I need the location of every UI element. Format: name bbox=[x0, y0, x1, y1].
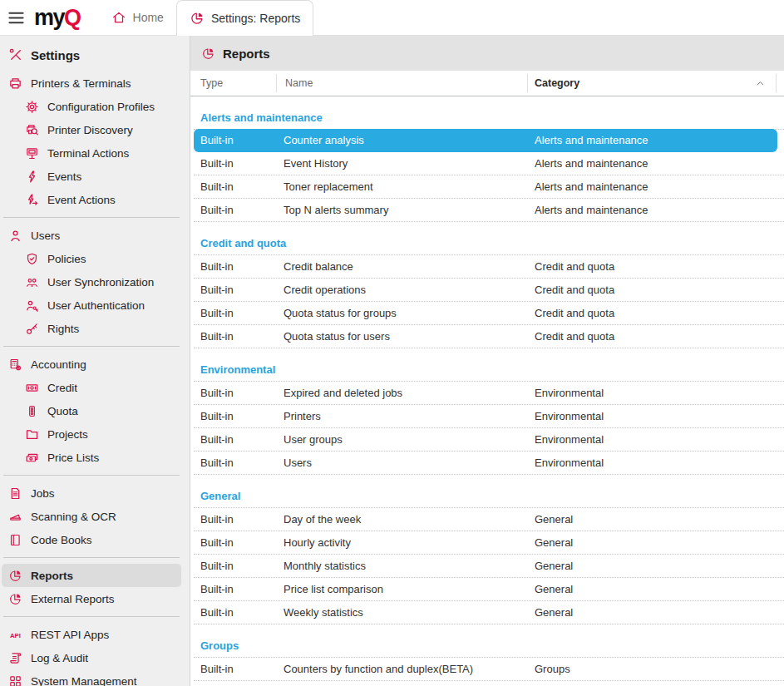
cell-type: Built-in bbox=[194, 157, 277, 170]
sidebar-item-event-actions[interactable]: Event Actions bbox=[0, 188, 190, 211]
app-logo[interactable]: myQ bbox=[34, 0, 81, 35]
printer-search-icon bbox=[25, 123, 39, 137]
sidebar-item-rights[interactable]: Rights bbox=[0, 317, 190, 340]
cell-type: Built-in bbox=[194, 387, 277, 399]
cell-type: Built-in bbox=[194, 457, 277, 469]
report-row-users[interactable]: Built-inUsersEnvironmental bbox=[194, 452, 784, 475]
report-row-hourly-activity[interactable]: Built-inHourly activityGeneral bbox=[194, 531, 784, 555]
report-row-toner-replacement[interactable]: Built-inToner replacementAlerts and main… bbox=[194, 175, 784, 199]
sidebar-item-system-management[interactable]: System Management bbox=[0, 669, 190, 686]
report-row-monthly-statistics[interactable]: Built-inMonthly statisticsGeneral bbox=[194, 555, 784, 578]
report-row-counter-analysis[interactable]: Built-inCounter analysisAlerts and maint… bbox=[194, 129, 777, 152]
sidebar-item-quota[interactable]: Quota bbox=[0, 399, 190, 422]
report-row-counters-by-function-and-duplex-beta[interactable]: Built-inCounters by function and duplex(… bbox=[194, 658, 784, 681]
sidebar-item-credit[interactable]: Credit bbox=[0, 376, 190, 399]
sidebar-item-label: Log & Audit bbox=[31, 652, 88, 664]
sidebar-item-policies[interactable]: Policies bbox=[0, 247, 190, 270]
sidebar-item-projects[interactable]: Projects bbox=[0, 422, 190, 446]
sidebar-item-label: Printer Discovery bbox=[47, 124, 133, 136]
sidebar-item-log-audit[interactable]: Log & Audit bbox=[0, 646, 190, 669]
report-row-day-of-the-week[interactable]: Built-inDay of the weekGeneral bbox=[194, 508, 784, 531]
sidebar-item-label: Events bbox=[47, 170, 81, 183]
sidebar-item-label: REST API Apps bbox=[31, 629, 109, 641]
cell-category: General bbox=[528, 513, 784, 526]
sidebar-item-accounting[interactable]: Accounting bbox=[0, 353, 190, 376]
tab-settings-reports[interactable]: Settings: Reports bbox=[176, 0, 313, 36]
sidebar-item-user-authentication[interactable]: User Authentication bbox=[0, 294, 190, 317]
report-row-printers[interactable]: Built-inPrintersEnvironmental bbox=[194, 405, 784, 428]
sidebar-item-rest-api-apps[interactable]: APIREST API Apps bbox=[0, 623, 190, 646]
sidebar-item-code-books[interactable]: Code Books bbox=[0, 528, 190, 551]
column-header-category[interactable]: Category bbox=[527, 74, 776, 92]
cell-name: Counter analysis bbox=[277, 134, 528, 146]
report-group-alerts-and-maintenance: Alerts and maintenanceBuilt-inCounter an… bbox=[194, 110, 784, 222]
sidebar-item-user-synchronization[interactable]: User Synchronization bbox=[0, 270, 190, 294]
settings-sidebar: Settings Printers & TerminalsConfigurati… bbox=[0, 36, 190, 686]
cell-name: Event History bbox=[277, 157, 528, 170]
tab-home-label: Home bbox=[133, 11, 164, 24]
cell-type: Built-in bbox=[194, 260, 277, 273]
report-row-expired-and-deleted-jobs[interactable]: Built-inExpired and deleted jobsEnvironm… bbox=[194, 382, 784, 405]
sidebar-item-printer-discovery[interactable]: Printer Discovery bbox=[0, 118, 190, 141]
report-row-price-list-comparison[interactable]: Built-inPrice list comparisonGeneral bbox=[194, 578, 784, 601]
sidebar-item-reports[interactable]: Reports bbox=[2, 564, 181, 587]
sidebar-item-external-reports[interactable]: External Reports bbox=[0, 587, 190, 610]
group-title: Credit and quota bbox=[194, 235, 784, 255]
sidebar-item-price-lists[interactable]: Price Lists bbox=[0, 446, 190, 469]
report-row-credit-operations[interactable]: Built-inCredit operationsCredit and quot… bbox=[194, 279, 784, 302]
printer-icon bbox=[8, 76, 22, 91]
key-icon bbox=[25, 322, 39, 336]
cell-category: Environmental bbox=[528, 433, 784, 446]
cell-name: Expired and deleted jobs bbox=[277, 387, 528, 399]
report-table-header: Type Name Category bbox=[190, 71, 784, 96]
report-table-body: Alerts and maintenanceBuilt-inCounter an… bbox=[190, 96, 784, 686]
sidebar-item-label: User Authentication bbox=[47, 299, 145, 312]
cell-name: Price list comparison bbox=[277, 583, 528, 595]
report-row-quota-status-for-groups[interactable]: Built-inQuota status for groupsCredit an… bbox=[194, 302, 784, 325]
sidebar-item-terminal-actions[interactable]: Terminal Actions bbox=[0, 141, 190, 165]
sidebar-item-events[interactable]: Events bbox=[0, 165, 190, 188]
menu-button[interactable] bbox=[0, 0, 31, 35]
main-content: Reports Type Name Category Alerts and ma… bbox=[190, 36, 784, 686]
sidebar-title: Settings bbox=[0, 40, 190, 72]
report-group-credit-and-quota: Credit and quotaBuilt-inCredit balanceCr… bbox=[194, 235, 784, 348]
tab-home[interactable]: Home bbox=[99, 0, 176, 35]
cell-type: Built-in bbox=[194, 410, 277, 422]
sidebar-item-scanning-ocr[interactable]: Scanning & OCR bbox=[0, 505, 190, 528]
cell-name: Hourly activity bbox=[277, 536, 528, 549]
user-icon bbox=[8, 229, 22, 243]
home-icon bbox=[111, 10, 126, 25]
sidebar-item-label: System Management bbox=[31, 675, 137, 686]
cell-type: Built-in bbox=[194, 583, 277, 595]
sidebar-divider bbox=[3, 475, 180, 476]
sidebar-item-label: Scanning & OCR bbox=[31, 511, 116, 523]
bolt-arrow-icon bbox=[25, 193, 39, 207]
column-header-type[interactable]: Type bbox=[190, 74, 276, 92]
sidebar-item-label: Price Lists bbox=[47, 452, 99, 464]
sidebar-item-users[interactable]: Users bbox=[0, 224, 190, 247]
column-header-name[interactable]: Name bbox=[276, 74, 527, 92]
document-icon bbox=[8, 486, 22, 501]
top-bar: myQ Home Settings: Reports bbox=[0, 0, 784, 36]
cell-name: Monthly statistics bbox=[277, 560, 528, 572]
sidebar-item-label: Jobs bbox=[31, 487, 55, 500]
sidebar-item-label: Projects bbox=[47, 428, 88, 441]
sidebar-item-label: Printers & Terminals bbox=[31, 77, 131, 90]
cell-type: Built-in bbox=[194, 330, 277, 343]
grid-icon bbox=[8, 674, 22, 686]
report-row-event-history[interactable]: Built-inEvent HistoryAlerts and maintena… bbox=[194, 152, 784, 175]
cell-category: Credit and quota bbox=[528, 330, 784, 343]
cell-name: Quota status for users bbox=[277, 330, 528, 343]
scroll-icon bbox=[8, 651, 22, 665]
sidebar-item-configuration-profiles[interactable]: Configuration Profiles bbox=[0, 95, 190, 118]
sidebar-item-printers-terminals[interactable]: Printers & Terminals bbox=[0, 72, 190, 95]
report-row-weekly-statistics[interactable]: Built-inWeekly statisticsGeneral bbox=[194, 601, 784, 624]
report-row-top-n-alerts-summary[interactable]: Built-inTop N alerts summaryAlerts and m… bbox=[194, 199, 784, 222]
cell-type: Built-in bbox=[194, 513, 277, 526]
sidebar-item-jobs[interactable]: Jobs bbox=[0, 481, 190, 505]
report-row-quota-status-for-users[interactable]: Built-inQuota status for usersCredit and… bbox=[194, 325, 784, 348]
report-row-user-groups[interactable]: Built-inUser groupsEnvironmental bbox=[194, 428, 784, 452]
report-group-environmental: EnvironmentalBuilt-inExpired and deleted… bbox=[194, 362, 784, 475]
report-row-credit-balance[interactable]: Built-inCredit balanceCredit and quota bbox=[194, 255, 784, 279]
sidebar-item-label: Quota bbox=[47, 405, 78, 417]
